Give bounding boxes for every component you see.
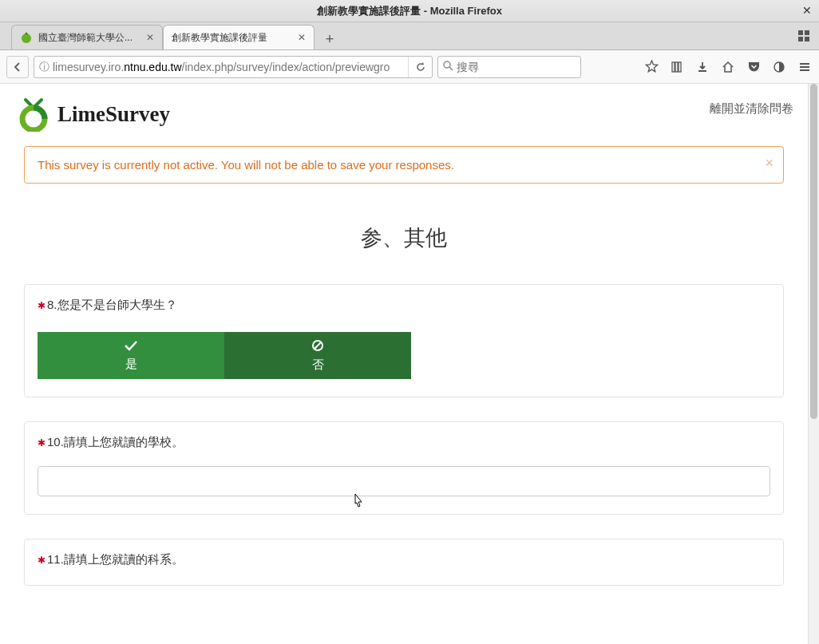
svg-point-0 [22,34,31,43]
inactive-alert: This survey is currently not active. You… [24,146,784,184]
theme-icon[interactable] [771,59,787,75]
ban-icon [311,339,324,356]
svg-point-5 [444,61,450,68]
choice-yes-label: 是 [125,357,137,372]
choice-row: 是 否 [38,332,770,379]
window-titlebar: 創新教學實施課後評量 - Mozilla Firefox ✕ [0,0,819,22]
url-bar[interactable]: ⓘ limesurvey.iro.ntnu.edu.tw/index.php/s… [34,56,433,78]
scrollbar-thumb[interactable] [810,84,817,419]
brand-text: LimeSurvey [57,102,170,127]
tab-close-button[interactable]: ✕ [146,32,154,43]
vertical-scrollbar[interactable] [808,84,819,644]
exit-clear-link[interactable]: 離開並清除問卷 [710,97,793,117]
tab-active[interactable]: 創新教學實施課後評量 ✕ [163,25,315,49]
check-icon [124,339,138,355]
svg-rect-8 [675,62,678,72]
svg-rect-2 [805,30,809,35]
search-icon [443,61,453,73]
svg-line-6 [449,67,453,70]
required-icon: ✱ [38,555,46,566]
window-title: 創新教學實施課後評量 - Mozilla Firefox [317,4,502,18]
library-icon[interactable] [669,59,685,75]
alert-close-button[interactable]: × [765,155,774,172]
question-text: ✱11.請填上您就讀的科系。 [38,552,770,567]
choice-no-label: 否 [312,358,324,373]
search-bar[interactable] [437,56,581,78]
tab-close-button[interactable]: ✕ [298,32,306,43]
svg-line-13 [315,342,321,349]
svg-rect-3 [798,37,803,41]
svg-rect-1 [798,30,803,35]
svg-rect-4 [805,37,809,41]
svg-rect-7 [672,62,675,72]
site-info-icon[interactable]: ⓘ [39,60,49,74]
tab-label: 創新教學實施課後評量 [172,31,293,45]
window-close-button[interactable]: ✕ [800,3,814,18]
section-title: 参、其他 [24,223,784,252]
star-bookmark-icon[interactable] [643,59,659,75]
question-card-10: ✱10.請填上您就讀的學校。 [24,421,784,515]
choice-yes-button[interactable]: 是 [38,332,224,379]
alert-text: This survey is currently not active. You… [38,158,454,172]
back-button[interactable] [6,56,29,78]
window-grid-icon[interactable] [797,29,811,43]
choice-no-button[interactable]: 否 [224,332,411,379]
refresh-button[interactable] [408,57,432,77]
school-input[interactable] [38,466,770,496]
url-display[interactable]: limesurvey.iro.ntnu.edu.tw/index.php/sur… [53,57,408,77]
tab-background[interactable]: 國立臺灣師範大學公... ✕ [11,25,163,49]
nav-bar: ⓘ limesurvey.iro.ntnu.edu.tw/index.php/s… [0,50,819,84]
question-text: ✱8.您是不是台師大學生？ [38,298,770,313]
page-viewport: LimeSurvey 離開並清除問卷 This survey is curren… [0,84,819,644]
svg-rect-9 [679,62,681,72]
required-icon: ✱ [38,300,46,311]
search-input[interactable] [457,61,596,73]
required-icon: ✱ [38,437,46,448]
lime-favicon [20,31,33,44]
new-tab-button[interactable]: + [318,29,342,49]
tab-strip: 國立臺灣師範大學公... ✕ 創新教學實施課後評量 ✕ + [0,22,819,50]
tab-label: 國立臺灣師範大學公... [38,31,141,45]
download-icon[interactable] [694,59,710,75]
home-icon[interactable] [720,59,736,75]
question-card-8: ✱8.您是不是台師大學生？ 是 否 [24,284,784,397]
question-card-11: ✱11.請填上您就讀的科系。 [24,539,784,586]
pocket-icon[interactable] [746,59,762,75]
question-text: ✱10.請填上您就讀的學校。 [38,435,770,450]
limesurvey-logo: LimeSurvey [14,97,170,132]
menu-icon[interactable] [797,59,813,75]
